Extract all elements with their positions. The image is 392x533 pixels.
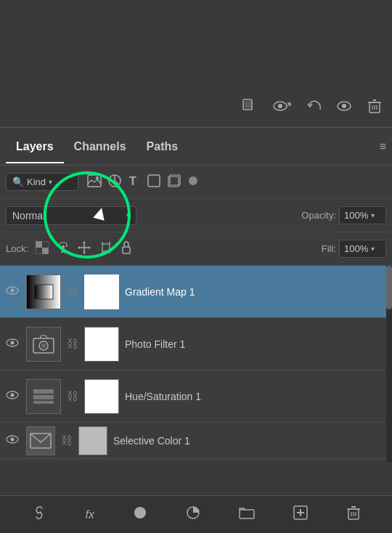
opacity-group: Opacity: 100% ▾ [301, 206, 386, 224]
layer-link-icon: ⛓ [67, 338, 78, 351]
svg-rect-35 [123, 247, 130, 253]
svg-point-53 [11, 438, 15, 442]
layer-thumbnails: ⛓ [26, 426, 107, 455]
layer-mask-thumb [84, 327, 119, 362]
svg-point-44 [41, 343, 46, 348]
svg-point-41 [11, 341, 15, 345]
tab-layers[interactable]: Layers [6, 130, 64, 163]
svg-point-5 [342, 104, 346, 108]
layer-visibility-toggle[interactable] [6, 285, 19, 298]
svg-rect-20 [36, 241, 42, 248]
layer-visibility-toggle[interactable] [6, 434, 19, 447]
layer-name: Selective Color 1 [113, 435, 190, 447]
visibility-icon[interactable] [271, 97, 292, 118]
tab-paths[interactable]: Paths [136, 130, 189, 163]
circle-filter-icon[interactable] [187, 175, 199, 190]
svg-point-46 [11, 394, 15, 397]
layer-item[interactable]: ⛓ Selective Color 1 [0, 423, 392, 459]
opacity-value: 100% [344, 210, 368, 221]
svg-rect-38 [34, 285, 53, 299]
kind-label: Kind [27, 176, 46, 187]
svg-marker-26 [83, 241, 86, 243]
layer-effect-thumb [26, 327, 61, 362]
kind-select[interactable]: 🔍 Kind ▾ [6, 173, 78, 191]
layer-effect-thumb [26, 274, 61, 309]
blend-mode-value: Normal [12, 210, 45, 221]
layer-thumbnails: ⛓ [26, 327, 119, 362]
text-filter-icon[interactable]: T [128, 174, 141, 191]
lock-position-icon[interactable] [76, 240, 92, 258]
layer-name: Gradient Map 1 [125, 286, 195, 298]
fill-group: Fill: 100% ▾ [322, 240, 386, 258]
layer-name: Photo Filter 1 [125, 338, 185, 350]
smartobject-filter-icon[interactable] [167, 174, 181, 191]
layers-panel: Layers Channels Paths ≡ 🔍 Kind ▾ [0, 127, 392, 462]
svg-rect-16 [148, 175, 160, 187]
tabs-row: Layers Channels Paths ≡ [0, 128, 392, 166]
lock-transparency-icon[interactable] [34, 240, 50, 258]
tab-channels[interactable]: Channels [64, 130, 136, 163]
lock-label: Lock: [6, 243, 28, 254]
selection-tool-icon[interactable] [241, 97, 258, 118]
svg-point-37 [11, 289, 15, 293]
svg-point-56 [134, 507, 146, 518]
blend-mode-chevron: ▾ [126, 211, 130, 219]
kind-filter-icons: T [87, 174, 199, 191]
svg-point-13 [96, 176, 99, 179]
layer-visibility-toggle[interactable] [6, 390, 19, 402]
layer-effect-thumb [26, 426, 55, 455]
svg-text:T: T [129, 175, 136, 187]
layer-name: Hue/Saturation 1 [125, 391, 201, 402]
opacity-input[interactable]: 100% ▾ [339, 206, 386, 224]
add-layer-icon[interactable] [293, 505, 308, 524]
layer-mask-thumb [84, 274, 119, 309]
svg-marker-27 [83, 252, 86, 254]
blend-row: Normal ▾ Opacity: 100% ▾ [0, 199, 392, 232]
svg-rect-30 [102, 244, 110, 251]
delete-layer-icon[interactable] [346, 505, 361, 524]
blend-mode-select[interactable]: Normal ▾ [6, 206, 136, 225]
layer-item[interactable]: ⛓ Hue/Saturation 1 [0, 370, 392, 423]
image-filter-icon[interactable] [87, 174, 102, 190]
opacity-label: Opacity: [301, 210, 336, 221]
lock-image-icon[interactable] [56, 240, 70, 258]
layer-thumbnails: ⛓ [26, 274, 119, 309]
kind-row: 🔍 Kind ▾ T [0, 166, 392, 199]
trash-icon[interactable] [366, 97, 383, 118]
layer-scrollbar-thumb[interactable] [386, 266, 392, 309]
layer-mask-thumb [84, 379, 119, 414]
bottom-toolbar: fx [0, 495, 392, 533]
layer-link-icon: ⛓ [67, 390, 78, 403]
adjustment-filter-icon[interactable] [107, 174, 122, 191]
eye-filter-icon[interactable] [335, 97, 353, 118]
fx-label[interactable]: fx [86, 508, 94, 521]
fill-input[interactable]: 100% ▾ [339, 240, 386, 258]
svg-rect-49 [33, 401, 54, 404]
lock-artboard-icon[interactable] [98, 240, 114, 258]
layer-item[interactable]: ⛓ Photo Filter 1 [0, 318, 392, 370]
fill-label: Fill: [322, 243, 336, 254]
svg-rect-1 [245, 101, 252, 108]
layer-scrollbar[interactable] [386, 266, 392, 462]
group-layers-icon[interactable] [239, 506, 255, 523]
panel-menu-icon[interactable]: ≡ [380, 140, 386, 153]
layer-visibility-toggle[interactable] [6, 338, 19, 350]
new-fill-layer-icon[interactable] [133, 505, 147, 524]
layer-link-icon: ⛓ [61, 434, 73, 447]
undo-icon[interactable] [305, 97, 322, 118]
layer-mask-thumb [78, 426, 107, 455]
opacity-chevron: ▾ [371, 211, 375, 219]
lock-all-icon[interactable] [120, 240, 133, 258]
layer-item[interactable]: ⛓ Gradient Map 1 [0, 266, 392, 318]
svg-point-3 [278, 104, 282, 108]
link-icon[interactable] [31, 506, 47, 523]
adjustment-layer-icon[interactable] [186, 505, 200, 524]
fill-chevron: ▾ [371, 245, 375, 253]
svg-rect-58 [240, 510, 254, 518]
svg-rect-47 [33, 389, 54, 394]
lock-row: Lock: [0, 232, 392, 266]
layer-thumbnails: ⛓ [26, 379, 119, 414]
svg-point-19 [189, 176, 197, 185]
svg-rect-48 [33, 395, 54, 399]
shape-filter-icon[interactable] [147, 174, 161, 191]
